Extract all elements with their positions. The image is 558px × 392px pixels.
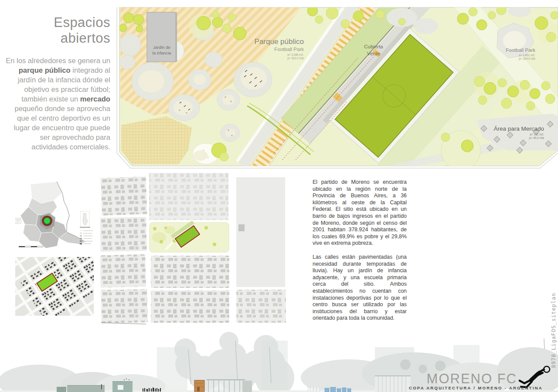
block-map (15, 257, 94, 316)
intro-bold-term: mercado (80, 95, 110, 103)
park-label-area: a= 3.086 m2. (218, 53, 304, 57)
park-label: Parque público Football Park a= 3.086 m2… (218, 37, 304, 60)
competition-line: COPA ARQUITECTURA / MORENO - ARGENTINA (409, 385, 558, 390)
page-title-line2: abiertos (0, 30, 110, 46)
intro-segment: pequeño donde se aprovecha que el centro… (14, 105, 110, 151)
site-plan-drawing (114, 7, 558, 170)
park-label-subtitle: Football Park (218, 47, 304, 52)
green-roof-label: Cubierta Verde (352, 43, 395, 57)
park-label-title: Parque público (218, 37, 304, 46)
description-paragraph-1: El partido de Moreno se encuentra ubicad… (313, 179, 407, 247)
page-title-line1: Espacios (0, 15, 110, 30)
description-paragraph-2: Las calles están pavimentadas (una neces… (313, 254, 407, 322)
page-title: Espacios abiertos (0, 15, 110, 46)
park-label-perimeter: p= 302.0 mts (218, 57, 304, 60)
description-column: El partido de Moreno se encuentra ubicad… (313, 179, 407, 329)
site-marker (42, 216, 52, 226)
football-park-label-title: Football Park (474, 47, 535, 53)
green-roof-label-line1: Cubierta (352, 43, 395, 50)
kindergarten-label: Jardín de la infancia (146, 44, 177, 56)
market-label-title: Área para Mercado (462, 125, 544, 132)
market-label: Área para Mercado a= 161 m2. p= 45.0 mts (462, 125, 544, 139)
football-park-label-area: a= 1.601 m2. (474, 54, 535, 57)
plate-code: 8978_LigaFOS_siteplan (551, 279, 557, 368)
team-name: MORENO FC (418, 371, 517, 387)
kindergarten-label-line1: Jardín de (146, 44, 177, 50)
market-label-area: a= 161 m2. (462, 133, 544, 136)
scale-bar (19, 246, 43, 247)
intro-segment: En los alrededores se genera un (6, 57, 110, 65)
urban-context-map (100, 172, 309, 325)
football-park-label: Football Park a= 1.601 m2. p= 229.0 mts (474, 47, 535, 60)
plaza-grid (121, 116, 192, 164)
kindergarten-label-line2: la infancia (146, 50, 177, 56)
map-legend (80, 227, 93, 244)
intro-bold-term: parque público (19, 66, 71, 74)
market-label-perimeter: p= 45.0 mts (462, 136, 544, 140)
football-park-label-perimeter: p= 229.0 mts (474, 57, 535, 61)
site-strip (150, 220, 229, 252)
green-roof-label-line2: Verde (352, 50, 395, 57)
region-map (15, 181, 100, 257)
intro-text: En los alrededores se genera un parque p… (3, 56, 110, 152)
